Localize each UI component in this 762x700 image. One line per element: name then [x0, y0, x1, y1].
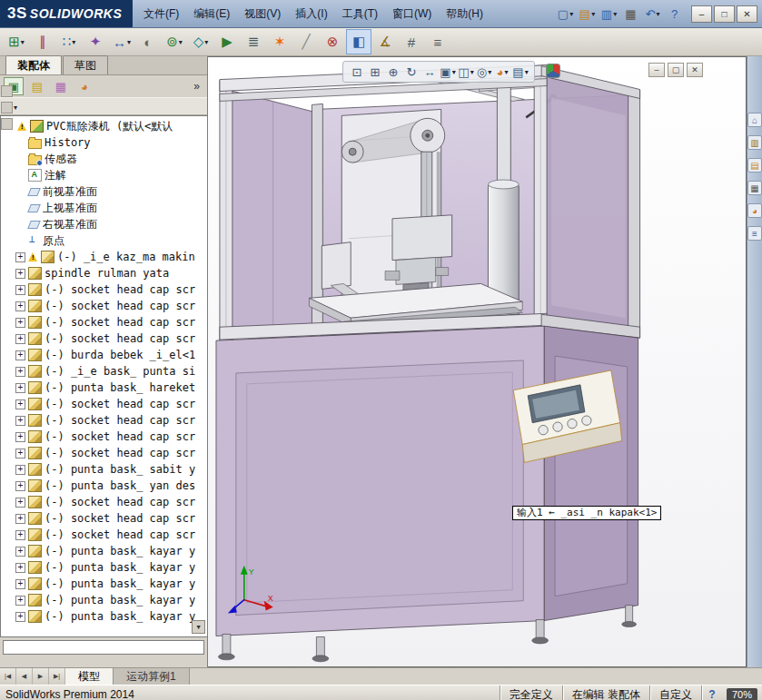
console-button[interactable]: [568, 419, 577, 428]
flyout-icon[interactable]: [1, 102, 13, 113]
rotate-view-button[interactable]: ↻: [403, 64, 420, 80]
tree-item[interactable]: 上视基准面: [1, 200, 207, 216]
menu-item[interactable]: 窗口(W): [385, 4, 439, 25]
mate-annotation-label[interactable]: 输入1 ← _asi _n kapak<1>: [512, 506, 661, 520]
graphics-viewport[interactable]: Y X ⊡⊞⊕↻↔▣◫◎◕▤ –▢✕ 输入1 ← _asi _n kapak<1…: [208, 56, 747, 667]
display-style-button[interactable]: ◫: [458, 64, 474, 80]
viewport-minimize-button[interactable]: –: [648, 63, 665, 77]
apply-scene-button[interactable]: ▤: [512, 64, 529, 80]
tree-item[interactable]: (-) _i_e kaz_ma makin: [1, 249, 207, 265]
maximize-button[interactable]: □: [714, 5, 735, 23]
explode-line-sketch-button[interactable]: ╱: [293, 29, 319, 54]
tree-item[interactable]: 前视基准面: [1, 183, 207, 200]
menu-item[interactable]: 文件(F): [136, 4, 186, 25]
first-tab-button[interactable]: |◀: [0, 668, 16, 685]
tree-item[interactable]: (-) punta bask_ yan des: [1, 478, 207, 494]
show-hidden-components-button[interactable]: ◐: [135, 29, 161, 54]
menu-item[interactable]: 编辑(E): [186, 4, 237, 25]
expander-icon[interactable]: [15, 416, 25, 426]
tree-item[interactable]: (-) burda bebek _i_el<1: [1, 347, 207, 363]
expander-icon[interactable]: [15, 432, 25, 442]
minimize-button[interactable]: –: [691, 5, 712, 23]
expander-icon[interactable]: [15, 612, 25, 622]
next-tab-button[interactable]: ▶: [33, 668, 49, 685]
tree-item[interactable]: (-) socket head cap scr: [1, 429, 207, 445]
console-button[interactable]: [539, 425, 548, 434]
tree-item[interactable]: (-) socket head cap scr: [1, 298, 207, 314]
pan-button[interactable]: ↔: [421, 64, 438, 80]
expander-icon[interactable]: [15, 367, 25, 377]
tree-item[interactable]: (-) socket head cap scr: [1, 396, 207, 412]
panel-bottom-field[interactable]: [3, 640, 204, 655]
tree-item[interactable]: 注解: [1, 167, 207, 183]
new-motion-study-button[interactable]: ▶: [214, 29, 240, 54]
view-palette-icon[interactable]: ▦: [747, 181, 762, 195]
expander-icon[interactable]: [15, 252, 25, 262]
tree-item[interactable]: PVC瓶除漆机 (默认<默认: [1, 118, 207, 134]
expander-icon[interactable]: [15, 449, 25, 458]
insert-components-button[interactable]: ⊞: [4, 29, 29, 54]
smart-fasteners-button[interactable]: ✦: [83, 29, 108, 54]
close-button[interactable]: ✕: [737, 5, 757, 23]
measure-button[interactable]: ∡: [372, 29, 398, 54]
menu-item[interactable]: 视图(V): [237, 4, 288, 25]
status-help-icon[interactable]: ?: [701, 685, 722, 700]
assembly-features-button[interactable]: ⊚: [162, 29, 187, 54]
expander-icon[interactable]: [15, 481, 25, 491]
tree-item[interactable]: 传感器: [1, 151, 207, 167]
expander-icon[interactable]: [15, 579, 25, 589]
tree-item[interactable]: (-) punta bask_ sabit y: [1, 461, 207, 478]
expander-icon[interactable]: [15, 596, 25, 606]
file-explorer-icon[interactable]: ▤: [747, 158, 762, 173]
design-library-icon[interactable]: ▥: [747, 135, 762, 150]
expander-icon[interactable]: [15, 498, 25, 508]
mate-button[interactable]: ∥: [30, 29, 55, 54]
tree-item[interactable]: (-) socket head cap scr: [1, 281, 207, 298]
viewport-close-button[interactable]: ✕: [687, 63, 703, 77]
expander-icon[interactable]: [15, 563, 25, 573]
expander-icon[interactable]: [15, 399, 25, 409]
zoom-to-area-button[interactable]: ⊞: [367, 64, 383, 80]
move-component-button[interactable]: ↔: [109, 29, 134, 54]
document-tab[interactable]: 运动算例1: [114, 668, 190, 685]
menu-item[interactable]: 工具(T): [335, 4, 385, 25]
expander-icon[interactable]: [15, 514, 25, 524]
view-orientation-button[interactable]: ▣: [440, 64, 456, 80]
linear-component-pattern-button[interactable]: ∷: [56, 29, 82, 54]
edit-appearance-button[interactable]: ◕: [494, 64, 510, 80]
expander-icon[interactable]: [15, 383, 25, 393]
tree-item[interactable]: 原点: [1, 232, 207, 249]
save-button[interactable]: ▥: [599, 5, 619, 23]
tree-item[interactable]: History: [1, 134, 207, 151]
document-tab[interactable]: 模型: [65, 668, 114, 685]
commandmanager-tab[interactable]: 装配体: [5, 55, 62, 74]
console-button[interactable]: [553, 422, 562, 431]
options-button[interactable]: ≡: [425, 29, 450, 54]
prev-tab-button[interactable]: ◀: [16, 668, 33, 685]
expander-icon[interactable]: [15, 285, 25, 295]
mass-properties-button[interactable]: #: [399, 29, 424, 54]
expander-icon[interactable]: [15, 269, 25, 279]
viewport-restore-button[interactable]: ▢: [668, 63, 684, 77]
custom-properties-icon[interactable]: ≡: [747, 226, 762, 241]
new-document-button[interactable]: ▢: [555, 5, 576, 23]
configurationmanager-tab-icon[interactable]: ▦: [51, 77, 71, 95]
menu-item[interactable]: 插入(I): [288, 4, 334, 25]
commandmanager-tab[interactable]: 草图: [63, 55, 108, 74]
tree-item[interactable]: (-) _i_e bask_ punta si: [1, 363, 207, 380]
zoom-to-fit-button[interactable]: ⊡: [349, 64, 365, 80]
tree-item[interactable]: (-) punta bask_ kayar y: [1, 576, 207, 592]
menu-item[interactable]: 帮助(H): [439, 4, 490, 25]
bill-of-materials-button[interactable]: ≣: [241, 29, 266, 54]
expander-icon[interactable]: [15, 547, 25, 557]
tree-item[interactable]: (-) socket head cap scr: [1, 412, 207, 429]
tree-item[interactable]: spindle rulman yata: [1, 265, 207, 281]
tree-item[interactable]: (-) punta bask_ kayar y: [1, 592, 207, 608]
print-button[interactable]: ▦: [620, 5, 641, 23]
tree-item[interactable]: (-) punta bask_ kayar y: [1, 608, 207, 625]
open-button[interactable]: ▤: [577, 5, 598, 23]
expander-icon[interactable]: [15, 318, 25, 328]
undo-button[interactable]: ↶: [642, 5, 663, 23]
tree-item[interactable]: (-) socket head cap scr: [1, 527, 207, 543]
flyout-icon[interactable]: [1, 85, 13, 97]
